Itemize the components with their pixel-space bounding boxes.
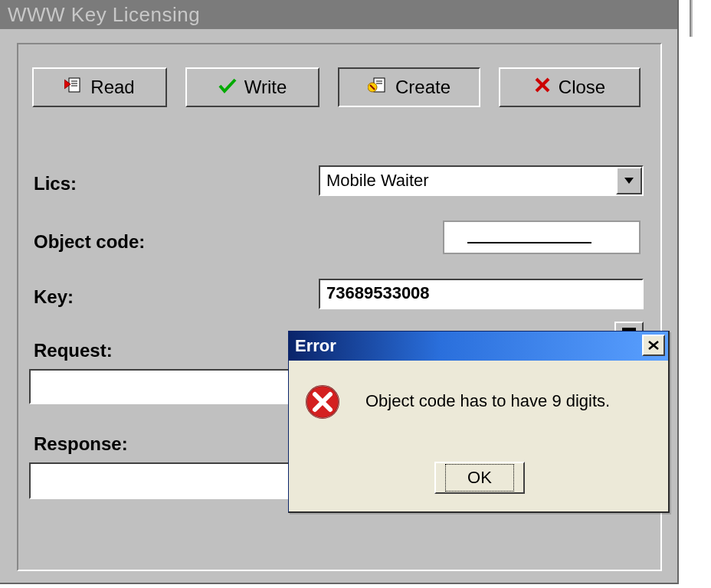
key-label: Key: xyxy=(34,286,74,308)
read-button-label: Read xyxy=(90,77,134,98)
key-field[interactable]: 73689533008 xyxy=(319,279,644,309)
response-label: Response: xyxy=(34,433,128,455)
lics-label: Lics: xyxy=(34,173,77,194)
svg-marker-12 xyxy=(624,178,634,184)
dialog-message: Object code has to have 9 digits. xyxy=(365,391,610,411)
write-button[interactable]: Write xyxy=(185,67,319,107)
dialog-title: Error xyxy=(295,336,336,356)
write-button-label: Write xyxy=(244,77,287,98)
close-icon xyxy=(534,77,551,98)
lics-value: Mobile Waiter xyxy=(320,171,616,191)
ok-button[interactable]: OK xyxy=(434,462,525,494)
chevron-down-icon[interactable] xyxy=(616,167,642,194)
x-icon xyxy=(647,337,660,354)
svg-rect-0 xyxy=(69,78,80,92)
toolbar: Read Write xyxy=(32,67,645,110)
read-icon xyxy=(64,77,83,98)
dialog-title-bar[interactable]: Error xyxy=(289,332,668,361)
object-code-label: Object code: xyxy=(34,231,145,253)
close-button-label: Close xyxy=(559,77,605,98)
close-button[interactable]: Close xyxy=(499,67,641,107)
key-value: 73689533008 xyxy=(326,283,430,302)
error-dialog: Error Object code has to have 9 digits. … xyxy=(288,331,670,513)
check-icon xyxy=(218,77,237,98)
ok-button-label: OK xyxy=(445,464,514,492)
window-title: WWW Key Licensing xyxy=(8,3,200,26)
error-icon xyxy=(304,384,341,420)
create-button-label: Create xyxy=(395,77,451,98)
lics-dropdown[interactable]: Mobile Waiter xyxy=(319,165,644,196)
request-label: Request: xyxy=(34,340,113,361)
dialog-body: Object code has to have 9 digits. OK xyxy=(289,361,668,511)
create-icon xyxy=(368,77,388,98)
read-button[interactable]: Read xyxy=(32,67,167,107)
create-button[interactable]: Create xyxy=(338,67,480,107)
dialog-close-button[interactable] xyxy=(642,335,665,356)
object-code-field[interactable] xyxy=(443,220,641,254)
window-separator xyxy=(690,0,694,37)
title-bar: WWW Key Licensing xyxy=(0,0,677,29)
object-code-underline xyxy=(467,242,591,243)
